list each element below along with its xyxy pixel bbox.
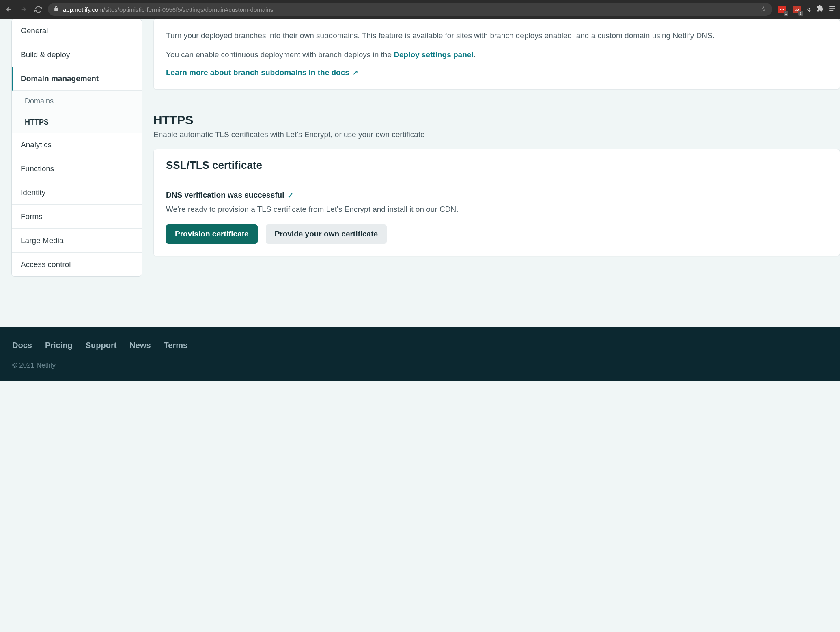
- branch-subdomains-card: Turn your deployed branches into their o…: [153, 19, 840, 90]
- sidebar-item-forms[interactable]: Forms: [12, 205, 142, 229]
- extension-lastpass[interactable]: •••1: [777, 4, 787, 14]
- forward-button[interactable]: [19, 4, 28, 14]
- lock-icon: [54, 6, 59, 13]
- branch-docs-link[interactable]: Learn more about branch subdomains in th…: [166, 68, 358, 77]
- branch-description-2: You can enable continuous deployment wit…: [166, 49, 827, 60]
- extensions-menu-icon[interactable]: [816, 5, 824, 14]
- sidebar-item-domain-management[interactable]: Domain management: [12, 67, 142, 91]
- settings-sidebar: General Build & deploy Domain management…: [0, 19, 142, 327]
- sidebar-subitem-https[interactable]: HTTPS: [12, 112, 142, 133]
- footer-link-news[interactable]: News: [129, 341, 151, 350]
- reload-button[interactable]: [33, 4, 43, 14]
- branch-description-1: Turn your deployed branches into their o…: [166, 30, 827, 41]
- deploy-settings-link[interactable]: Deploy settings panel: [394, 50, 473, 59]
- footer-link-docs[interactable]: Docs: [12, 341, 32, 350]
- dns-verification-status: DNS verification was successful ✓: [166, 191, 827, 200]
- back-button[interactable]: [4, 4, 14, 14]
- sidebar-item-analytics[interactable]: Analytics: [12, 133, 142, 157]
- extension-icons: •••1 uo2 ↯: [777, 4, 836, 14]
- url-bar[interactable]: app.netlify.com/sites/optimistic-fermi-0…: [48, 3, 772, 16]
- https-section-title: HTTPS: [153, 113, 840, 127]
- sidebar-item-general[interactable]: General: [12, 19, 142, 43]
- extension-ublock[interactable]: uo2: [792, 4, 801, 14]
- footer-link-pricing[interactable]: Pricing: [45, 341, 73, 350]
- bookmark-star-icon[interactable]: ☆: [760, 5, 767, 14]
- main-content: Turn your deployed branches into their o…: [142, 19, 840, 327]
- ssl-ready-description: We're ready to provision a TLS certifica…: [166, 205, 827, 214]
- browser-toolbar: app.netlify.com/sites/optimistic-fermi-0…: [0, 0, 840, 19]
- page-footer: Docs Pricing Support News Terms © 2021 N…: [0, 327, 840, 381]
- https-section-subtitle: Enable automatic TLS certificates with L…: [153, 130, 840, 139]
- ssl-card-heading: SSL/TLS certificate: [154, 149, 840, 180]
- external-link-icon: ↗: [353, 69, 358, 76]
- sidebar-item-functions[interactable]: Functions: [12, 157, 142, 181]
- footer-link-terms[interactable]: Terms: [164, 341, 188, 350]
- reading-list-icon[interactable]: [829, 5, 836, 14]
- sidebar-subitem-domains[interactable]: Domains: [12, 91, 142, 112]
- ssl-certificate-card: SSL/TLS certificate DNS verification was…: [153, 149, 840, 256]
- checkmark-icon: ✓: [287, 191, 294, 200]
- sidebar-item-large-media[interactable]: Large Media: [12, 229, 142, 253]
- footer-link-support[interactable]: Support: [86, 341, 117, 350]
- provision-certificate-button[interactable]: Provision certificate: [166, 224, 258, 244]
- provide-own-certificate-button[interactable]: Provide your own certificate: [266, 224, 387, 244]
- extension-generic[interactable]: ↯: [806, 6, 812, 13]
- sidebar-item-build-deploy[interactable]: Build & deploy: [12, 43, 142, 67]
- url-text: app.netlify.com/sites/optimistic-fermi-0…: [63, 6, 273, 13]
- footer-copyright: © 2021 Netlify: [12, 361, 828, 370]
- sidebar-item-identity[interactable]: Identity: [12, 181, 142, 205]
- sidebar-item-access-control[interactable]: Access control: [12, 253, 142, 276]
